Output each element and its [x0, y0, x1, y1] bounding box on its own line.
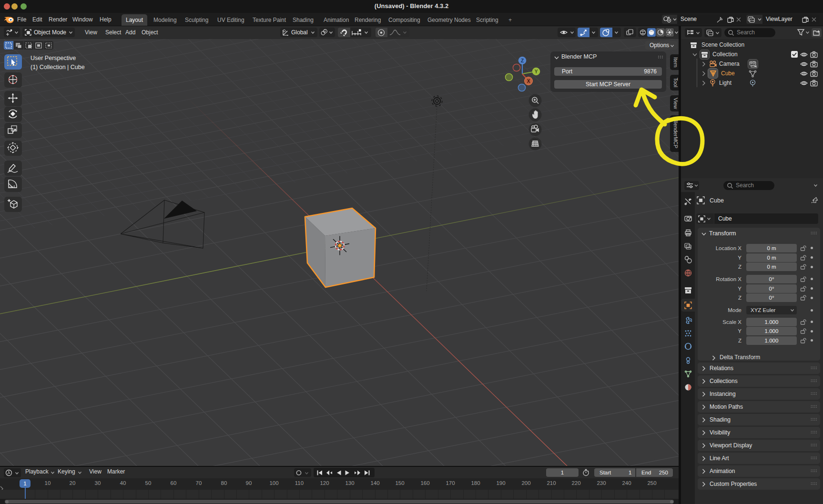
svg-text:Z: Z [521, 58, 524, 63]
svg-text:X: X [527, 79, 530, 84]
svg-text:Y: Y [535, 69, 538, 74]
